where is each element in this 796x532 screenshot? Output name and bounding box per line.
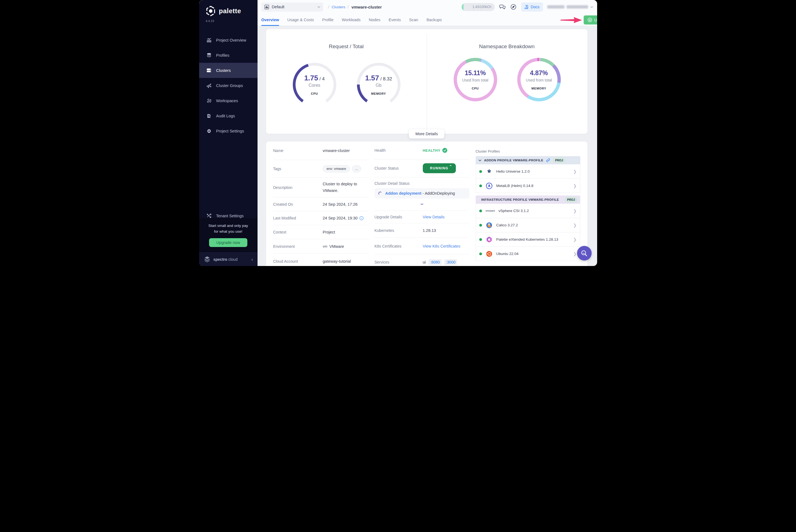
breadcrumb-clusters-link[interactable]: Clusters	[331, 5, 345, 9]
view-k8s-certificates-link[interactable]: View K8s Certificates	[423, 244, 460, 248]
context-row: Context Project	[273, 225, 368, 239]
infrastructure-profile-title: INFRASTRUCTURE PROFILE VMWARE-PROFILE	[481, 198, 559, 201]
sidebar-item-profiles[interactable]: Profiles	[199, 48, 258, 63]
created-on-value: 24 Sep 2024, 17:26	[323, 202, 358, 207]
project-selector-value: Default	[272, 5, 315, 9]
service-port-3000-link[interactable]: :3000	[444, 259, 457, 265]
tab-workloads[interactable]: Workloads	[342, 14, 361, 26]
tag-env-vmware[interactable]: env: vmware	[323, 165, 350, 172]
feedback-chat-icon[interactable]	[499, 4, 506, 10]
chevron-right-icon: ❯	[573, 237, 577, 242]
environment-value: VMware	[329, 244, 344, 249]
updates-icon	[587, 18, 592, 22]
profile-item-metallb[interactable]: MetalLB (Helm) 0.14.8 ❯	[476, 179, 580, 193]
view-details-link[interactable]: View Details	[423, 215, 445, 219]
cluster-detail-status-row: Cluster Detail Status Addon deployment -…	[375, 177, 469, 211]
sidebar-item-audit-logs[interactable]: Audit Logs	[199, 108, 258, 124]
profile-item-vsphere-csi[interactable]: vmware vSphere CSI 3.1.2 ❯	[476, 204, 580, 218]
upgrade-now-button[interactable]: Upgrade now	[209, 238, 247, 247]
tools-icon	[206, 213, 212, 218]
service-port-8080-link[interactable]: :8080	[429, 259, 441, 265]
app-window: palette 4.4.19 Project Overview Profiles…	[199, 0, 597, 266]
tag-more[interactable]: ...	[352, 165, 361, 172]
cloud-account-row: Cloud Account gateway-tutorial	[273, 253, 368, 266]
tab-usage-costs[interactable]: Usage & Costs	[287, 14, 314, 26]
cluster-status-row: Cluster Status RUNNING	[375, 159, 469, 177]
last-modified-label: Last Modified	[273, 216, 323, 220]
tab-events[interactable]: Events	[388, 14, 401, 26]
updates-button[interactable]: Updates	[584, 15, 597, 24]
namespace-cpu-percent: 15.11%	[465, 70, 486, 77]
updates-label: Updates	[594, 18, 597, 22]
name-row: Name vmware-cluster	[273, 141, 368, 160]
cpu-total-value: / 4	[318, 76, 325, 81]
memory-unit: Gb	[376, 83, 381, 88]
memory-gauge-label: MEMORY	[371, 92, 386, 95]
chevron-right-icon: ❯	[573, 184, 577, 188]
chevron-right-icon: ❯	[573, 223, 577, 228]
profile-item-ubuntu[interactable]: Ubuntu 22.04 ❯	[476, 247, 580, 261]
cloud-account-label: Cloud Account	[273, 259, 323, 264]
ubuntu-icon	[486, 251, 493, 257]
sidebar-item-clusters[interactable]: Clusters	[199, 63, 258, 78]
project-selector[interactable]: Default	[261, 2, 323, 12]
vmware-logo-icon: vmware	[486, 209, 495, 212]
chevron-right-icon: ❯	[573, 208, 577, 213]
kubernetes-label: Kubernetes	[375, 228, 423, 233]
created-on-row: Created On 24 Sep 2024, 17:26	[273, 197, 368, 211]
description-label: Description	[273, 185, 323, 190]
info-icon[interactable]	[359, 216, 364, 220]
infrastructure-profile-header[interactable]: INFRASTRUCTURE PROFILE VMWARE-PROFILE PR…	[476, 195, 580, 204]
sidebar-item-label: Profiles	[216, 53, 229, 58]
addon-deployment-link[interactable]: Addon deployment	[385, 191, 421, 195]
app-version: 4.4.19	[199, 17, 258, 23]
user-menu[interactable]	[547, 5, 593, 8]
server-icon	[206, 68, 212, 73]
sidebar-collapse-chevron[interactable]: ‹	[251, 256, 253, 262]
tab-overview[interactable]: Overview	[261, 14, 279, 26]
namespace-memory-ring: 4.87% Used from total MEMORY	[517, 58, 561, 101]
health-status-badge: HEALTHY	[423, 148, 448, 153]
detail-status-separator: -	[422, 191, 425, 195]
orbit-icon	[206, 98, 212, 103]
sidebar-item-label: Audit Logs	[216, 114, 235, 118]
link-icon	[562, 198, 562, 202]
sidebar: palette 4.4.19 Project Overview Profiles…	[199, 0, 258, 266]
profile-item-palette-extended-kubernetes[interactable]: Palette eXtended Kubernetes 1.28.13 ❯	[476, 232, 580, 247]
profile-item-label: Palette eXtended Kubernetes 1.28.13	[496, 238, 570, 242]
usage-quota-pill[interactable]: 1.43/100kCh	[462, 3, 495, 11]
metrics-card: Request / Total Namespace Breakdown 1.75…	[266, 29, 587, 134]
sidebar-item-project-settings[interactable]: Project Settings	[199, 124, 258, 138]
breadcrumb-separator: /	[327, 4, 330, 10]
sidebar-item-cluster-groups[interactable]: Cluster Groups	[199, 78, 258, 93]
detail-status-value: AddOnDeploying	[425, 191, 455, 195]
memory-request-gauge: 1.57 / 8.32 Gb MEMORY	[357, 63, 400, 106]
upgrade-details-label: Upgrade Details	[375, 215, 423, 219]
sidebar-item-workspaces[interactable]: Workspaces	[199, 93, 258, 108]
services-row: Services ui :8080 :3000	[375, 254, 469, 266]
tab-scan[interactable]: Scan	[409, 14, 418, 26]
tab-profile[interactable]: Profile	[322, 14, 334, 26]
details-column-middle: Health HEALTHY Cluster Status RUNNING Cl…	[375, 141, 469, 266]
addon-profile-header[interactable]: ADDON PROFILE VMWARE-PROFILE PROJ	[476, 156, 580, 165]
tab-nodes[interactable]: Nodes	[369, 14, 380, 26]
profile-item-calico[interactable]: Calico 3.27.2 ❯	[476, 218, 580, 232]
namespace-cpu-caption: Used from total	[462, 78, 488, 82]
tab-backups[interactable]: Backups	[427, 14, 442, 26]
sidebar-item-label: Tenant Settings	[216, 214, 244, 218]
profile-item-hello-universe[interactable]: Hello Universe 1.2.0 ❯	[476, 165, 580, 179]
annotation-arrow	[560, 17, 583, 24]
status-dot-green	[479, 224, 482, 227]
more-details-button[interactable]: More Details	[409, 129, 444, 138]
metallb-icon	[486, 183, 493, 189]
spectro-cloud-logo	[204, 256, 211, 263]
support-search-fab[interactable]	[577, 246, 592, 261]
calico-icon	[486, 222, 493, 229]
last-modified-row: Last Modified 24 Sep 2024, 19:30	[273, 211, 368, 225]
explore-compass-icon[interactable]	[510, 4, 517, 10]
docs-button[interactable]: Docs	[521, 2, 543, 12]
bar-chart-icon	[206, 37, 212, 43]
breadcrumb-separator: /	[347, 4, 349, 10]
promo-text: Start small and only pay for what you us…	[204, 223, 253, 234]
sidebar-item-project-overview[interactable]: Project Overview	[199, 33, 258, 48]
